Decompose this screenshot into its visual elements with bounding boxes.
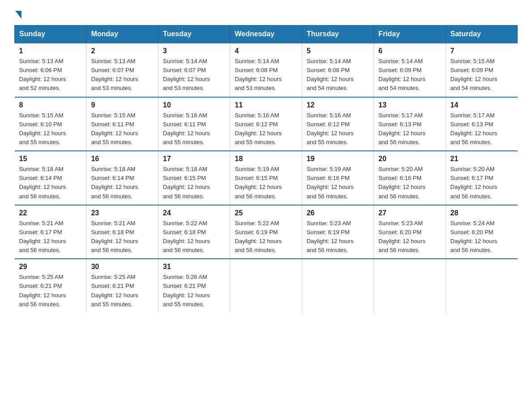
- day-info: Sunrise: 5:16 AMSunset: 6:12 PMDaylight:…: [307, 111, 369, 147]
- day-info: Sunrise: 5:17 AMSunset: 6:13 PMDaylight:…: [450, 111, 513, 147]
- day-number: 11: [235, 101, 297, 109]
- day-number: 29: [19, 263, 82, 271]
- calendar-cell: [302, 259, 373, 313]
- day-number: 10: [163, 101, 225, 109]
- day-number: 8: [19, 101, 82, 109]
- calendar-cell: 25Sunrise: 5:22 AMSunset: 6:19 PMDayligh…: [230, 205, 302, 259]
- day-number: 12: [307, 101, 369, 109]
- calendar-cell: 28Sunrise: 5:24 AMSunset: 6:20 PMDayligh…: [446, 205, 517, 259]
- day-info: Sunrise: 5:18 AMSunset: 6:15 PMDaylight:…: [163, 165, 225, 201]
- day-info: Sunrise: 5:21 AMSunset: 6:17 PMDaylight:…: [19, 219, 82, 255]
- day-info: Sunrise: 5:15 AMSunset: 6:10 PMDaylight:…: [19, 111, 82, 147]
- calendar-cell: 5Sunrise: 5:14 AMSunset: 6:08 PMDaylight…: [302, 43, 373, 97]
- calendar-table: SundayMondayTuesdayWednesdayThursdayFrid…: [14, 25, 518, 313]
- calendar-cell: 16Sunrise: 5:18 AMSunset: 6:14 PMDayligh…: [86, 151, 158, 205]
- day-number: 24: [163, 209, 225, 217]
- header-friday: Friday: [374, 26, 446, 43]
- calendar-cell: 29Sunrise: 5:25 AMSunset: 6:21 PMDayligh…: [15, 259, 86, 313]
- day-number: 9: [91, 101, 153, 109]
- calendar-cell: 12Sunrise: 5:16 AMSunset: 6:12 PMDayligh…: [302, 97, 373, 151]
- calendar-cell: 31Sunrise: 5:26 AMSunset: 6:21 PMDayligh…: [158, 259, 230, 313]
- calendar-cell: 17Sunrise: 5:18 AMSunset: 6:15 PMDayligh…: [158, 151, 230, 205]
- calendar-header: SundayMondayTuesdayWednesdayThursdayFrid…: [15, 26, 518, 43]
- day-number: 13: [378, 101, 441, 109]
- day-info: Sunrise: 5:19 AMSunset: 6:16 PMDaylight:…: [307, 165, 369, 201]
- calendar-cell: 22Sunrise: 5:21 AMSunset: 6:17 PMDayligh…: [15, 205, 86, 259]
- day-number: 22: [19, 209, 82, 217]
- day-info: Sunrise: 5:24 AMSunset: 6:20 PMDaylight:…: [450, 219, 513, 255]
- day-number: 7: [450, 47, 513, 55]
- day-info: Sunrise: 5:14 AMSunset: 6:07 PMDaylight:…: [163, 57, 225, 93]
- calendar-cell: 20Sunrise: 5:20 AMSunset: 6:16 PMDayligh…: [374, 151, 446, 205]
- header-row: SundayMondayTuesdayWednesdayThursdayFrid…: [15, 26, 518, 43]
- day-info: Sunrise: 5:23 AMSunset: 6:20 PMDaylight:…: [378, 219, 441, 255]
- calendar-cell: 27Sunrise: 5:23 AMSunset: 6:20 PMDayligh…: [374, 205, 446, 259]
- day-number: 16: [91, 155, 153, 163]
- calendar-cell: 19Sunrise: 5:19 AMSunset: 6:16 PMDayligh…: [302, 151, 373, 205]
- calendar-cell: [446, 259, 517, 313]
- page-header: [14, 11, 518, 17]
- day-number: 4: [235, 47, 297, 55]
- week-row-2: 8Sunrise: 5:15 AMSunset: 6:10 PMDaylight…: [15, 97, 518, 151]
- day-info: Sunrise: 5:23 AMSunset: 6:19 PMDaylight:…: [307, 219, 369, 255]
- week-row-1: 1Sunrise: 5:13 AMSunset: 6:06 PMDaylight…: [15, 43, 518, 97]
- calendar-cell: 15Sunrise: 5:18 AMSunset: 6:14 PMDayligh…: [15, 151, 86, 205]
- day-info: Sunrise: 5:20 AMSunset: 6:17 PMDaylight:…: [450, 165, 513, 201]
- day-number: 2: [91, 47, 153, 55]
- week-row-5: 29Sunrise: 5:25 AMSunset: 6:21 PMDayligh…: [15, 259, 518, 313]
- day-number: 28: [450, 209, 513, 217]
- day-info: Sunrise: 5:13 AMSunset: 6:06 PMDaylight:…: [19, 57, 82, 93]
- calendar-cell: 18Sunrise: 5:19 AMSunset: 6:15 PMDayligh…: [230, 151, 302, 205]
- calendar-cell: 8Sunrise: 5:15 AMSunset: 6:10 PMDaylight…: [15, 97, 86, 151]
- header-monday: Monday: [86, 26, 158, 43]
- calendar-cell: 9Sunrise: 5:15 AMSunset: 6:11 PMDaylight…: [86, 97, 158, 151]
- calendar-cell: 2Sunrise: 5:13 AMSunset: 6:07 PMDaylight…: [86, 43, 158, 97]
- calendar-cell: 26Sunrise: 5:23 AMSunset: 6:19 PMDayligh…: [302, 205, 373, 259]
- day-number: 19: [307, 155, 369, 163]
- day-number: 15: [19, 155, 82, 163]
- day-info: Sunrise: 5:17 AMSunset: 6:13 PMDaylight:…: [378, 111, 441, 147]
- day-info: Sunrise: 5:25 AMSunset: 6:21 PMDaylight:…: [91, 273, 153, 309]
- day-number: 31: [163, 263, 225, 271]
- header-thursday: Thursday: [302, 26, 373, 43]
- logo: [14, 11, 21, 17]
- day-number: 27: [378, 209, 441, 217]
- day-info: Sunrise: 5:14 AMSunset: 6:08 PMDaylight:…: [307, 57, 369, 93]
- day-info: Sunrise: 5:15 AMSunset: 6:11 PMDaylight:…: [91, 111, 153, 147]
- calendar-cell: 6Sunrise: 5:14 AMSunset: 6:09 PMDaylight…: [374, 43, 446, 97]
- week-row-3: 15Sunrise: 5:18 AMSunset: 6:14 PMDayligh…: [15, 151, 518, 205]
- logo-arrow-icon: [15, 11, 21, 19]
- day-info: Sunrise: 5:25 AMSunset: 6:21 PMDaylight:…: [19, 273, 82, 309]
- calendar-cell: [374, 259, 446, 313]
- calendar-cell: 14Sunrise: 5:17 AMSunset: 6:13 PMDayligh…: [446, 97, 517, 151]
- header-wednesday: Wednesday: [230, 26, 302, 43]
- header-sunday: Sunday: [15, 26, 86, 43]
- calendar-cell: 23Sunrise: 5:21 AMSunset: 6:18 PMDayligh…: [86, 205, 158, 259]
- calendar-cell: 3Sunrise: 5:14 AMSunset: 6:07 PMDaylight…: [158, 43, 230, 97]
- day-number: 30: [91, 263, 153, 271]
- day-info: Sunrise: 5:13 AMSunset: 6:07 PMDaylight:…: [91, 57, 153, 93]
- calendar-cell: 10Sunrise: 5:16 AMSunset: 6:11 PMDayligh…: [158, 97, 230, 151]
- day-info: Sunrise: 5:16 AMSunset: 6:12 PMDaylight:…: [235, 111, 297, 147]
- day-info: Sunrise: 5:19 AMSunset: 6:15 PMDaylight:…: [235, 165, 297, 201]
- day-info: Sunrise: 5:14 AMSunset: 6:09 PMDaylight:…: [378, 57, 441, 93]
- day-info: Sunrise: 5:14 AMSunset: 6:08 PMDaylight:…: [235, 57, 297, 93]
- day-number: 18: [235, 155, 297, 163]
- calendar-cell: 24Sunrise: 5:22 AMSunset: 6:18 PMDayligh…: [158, 205, 230, 259]
- day-info: Sunrise: 5:20 AMSunset: 6:16 PMDaylight:…: [378, 165, 441, 201]
- header-saturday: Saturday: [446, 26, 517, 43]
- day-info: Sunrise: 5:21 AMSunset: 6:18 PMDaylight:…: [91, 219, 153, 255]
- week-row-4: 22Sunrise: 5:21 AMSunset: 6:17 PMDayligh…: [15, 205, 518, 259]
- calendar-cell: 7Sunrise: 5:15 AMSunset: 6:09 PMDaylight…: [446, 43, 517, 97]
- day-info: Sunrise: 5:18 AMSunset: 6:14 PMDaylight:…: [91, 165, 153, 201]
- calendar-cell: 11Sunrise: 5:16 AMSunset: 6:12 PMDayligh…: [230, 97, 302, 151]
- day-info: Sunrise: 5:15 AMSunset: 6:09 PMDaylight:…: [450, 57, 513, 93]
- day-number: 5: [307, 47, 369, 55]
- calendar-cell: [230, 259, 302, 313]
- day-number: 17: [163, 155, 225, 163]
- day-number: 25: [235, 209, 297, 217]
- day-number: 14: [450, 101, 513, 109]
- calendar-cell: 30Sunrise: 5:25 AMSunset: 6:21 PMDayligh…: [86, 259, 158, 313]
- day-info: Sunrise: 5:22 AMSunset: 6:18 PMDaylight:…: [163, 219, 225, 255]
- calendar-cell: 21Sunrise: 5:20 AMSunset: 6:17 PMDayligh…: [446, 151, 517, 205]
